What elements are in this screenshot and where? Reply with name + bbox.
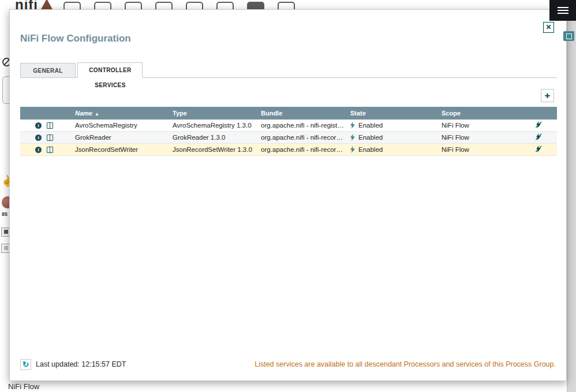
service-state-label: Enabled xyxy=(358,122,383,129)
column-header-state[interactable]: State xyxy=(347,110,439,117)
flow-configuration-dialog: ✕ NiFi Flow Configuration GENERAL CONTRO… xyxy=(9,9,567,381)
last-updated-value: 12:15:57 EDT xyxy=(81,360,126,368)
row-icons: i xyxy=(20,147,72,153)
row-icons: i xyxy=(20,122,72,129)
service-name: JsonRecordSetWriter xyxy=(72,146,170,153)
tab-controller-services[interactable]: CONTROLLER SERVICES xyxy=(77,62,143,78)
refresh-button[interactable]: ↻ xyxy=(20,359,31,370)
service-state-label: Enabled xyxy=(358,134,383,141)
canvas-counter: 85 xyxy=(2,211,8,217)
tab-general[interactable]: GENERAL xyxy=(20,63,76,78)
table-row-jsonrecordsetwriter[interactable]: i JsonRecordSetWriter JsonRecordSetWrite… xyxy=(20,144,557,156)
view-details-icon[interactable]: i xyxy=(35,135,42,141)
disable-service-icon[interactable] xyxy=(536,133,542,140)
row-icons: i xyxy=(20,135,72,141)
dialog-tabs: GENERAL CONTROLLER SERVICES xyxy=(20,62,557,78)
mini-button-glyph xyxy=(4,230,8,234)
canvas-teal-badge[interactable] xyxy=(563,31,574,41)
column-header-scope[interactable]: Scope xyxy=(439,110,529,117)
controller-services-table: Name▲ Type Bundle State Scope i AvroSche… xyxy=(20,107,557,156)
usage-docs-icon[interactable] xyxy=(47,135,53,141)
disable-service-icon[interactable] xyxy=(536,121,542,128)
sort-ascending-icon: ▲ xyxy=(95,111,99,117)
service-name: AvroSchemaRegistry xyxy=(72,122,170,129)
service-state: Enabled xyxy=(347,146,439,153)
usage-docs-icon[interactable] xyxy=(47,122,53,129)
dialog-title: NiFi Flow Configuration xyxy=(20,33,131,44)
service-state: Enabled xyxy=(347,122,439,129)
service-state-label: Enabled xyxy=(358,146,383,153)
hamburger-icon xyxy=(558,7,568,8)
add-controller-service-button[interactable]: + xyxy=(541,89,554,102)
service-type: GrokReader 1.3.0 xyxy=(170,134,258,141)
disable-service-icon[interactable] xyxy=(536,145,542,152)
nifi-app: nifi ☝ 85 NiFi Flow ✕ NiFi Flow Conf xyxy=(0,0,576,392)
enabled-bolt-icon xyxy=(350,122,355,129)
row-actions xyxy=(529,121,557,129)
service-bundle: org.apache.nifi - nifi-record-se... xyxy=(258,134,347,141)
table-header-row: Name▲ Type Bundle State Scope xyxy=(20,107,557,120)
service-type: JsonRecordSetWriter 1.3.0 xyxy=(170,146,258,153)
service-state: Enabled xyxy=(347,134,439,141)
service-scope: NiFi Flow xyxy=(439,122,529,129)
column-header-type[interactable]: Type xyxy=(170,110,258,117)
column-header-name-label: Name xyxy=(75,110,92,117)
hamburger-icon xyxy=(558,13,568,14)
scope-note: Listed services are available to all des… xyxy=(255,360,556,368)
service-scope: NiFi Flow xyxy=(439,134,529,141)
global-menu-button[interactable] xyxy=(549,0,576,21)
enabled-bolt-icon xyxy=(350,134,355,141)
service-name: GrokReader xyxy=(72,134,170,141)
hamburger-icon xyxy=(558,10,568,11)
table-row-grokreader[interactable]: i GrokReader GrokReader 1.3.0 org.apache… xyxy=(20,132,557,144)
service-bundle: org.apache.nifi - nifi-registry-n... xyxy=(258,122,347,129)
enabled-bolt-icon xyxy=(350,146,355,153)
row-actions xyxy=(529,145,557,154)
service-bundle: org.apache.nifi - nifi-record-se... xyxy=(258,146,347,153)
view-details-icon[interactable]: i xyxy=(35,147,42,153)
column-header-bundle[interactable]: Bundle xyxy=(258,110,347,117)
close-button[interactable]: ✕ xyxy=(543,22,554,33)
canvas-right-edge xyxy=(567,0,576,392)
dialog-footer: ↻ Last updated: 12:15:57 EDT Listed serv… xyxy=(20,357,556,372)
mini-button-glyph xyxy=(4,246,8,250)
last-updated: Last updated: 12:15:57 EDT xyxy=(36,360,126,368)
last-updated-label: Last updated: xyxy=(36,360,80,368)
service-scope: NiFi Flow xyxy=(439,146,529,153)
row-actions xyxy=(529,133,557,141)
breadcrumb[interactable]: NiFi Flow xyxy=(8,382,39,391)
view-details-icon[interactable]: i xyxy=(35,122,42,129)
usage-docs-icon[interactable] xyxy=(47,147,53,153)
table-row-avroschemaregistry[interactable]: i AvroSchemaRegistry AvroSchemaRegistry … xyxy=(20,120,557,132)
service-type: AvroSchemaRegistry 1.3.0 xyxy=(170,122,258,129)
column-header-name[interactable]: Name▲ xyxy=(72,110,170,117)
